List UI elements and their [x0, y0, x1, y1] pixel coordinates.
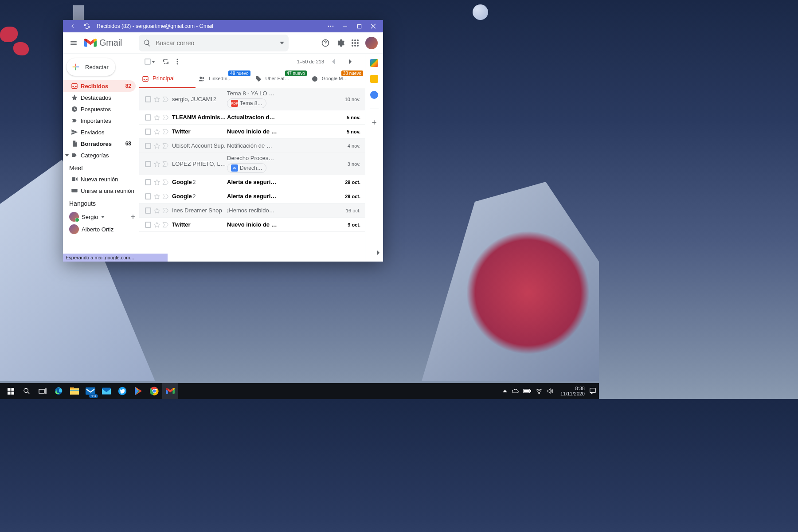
battery-icon[interactable]: [523, 389, 531, 393]
mail-row[interactable]: Ubisoft Account Sup. Notificación de … 4…: [139, 139, 365, 153]
attachment-chip[interactable]: PDFTema 8…: [227, 98, 266, 108]
star-icon[interactable]: [153, 128, 161, 135]
taskbar-mail-1[interactable]: 99+: [82, 383, 98, 399]
star-icon[interactable]: [153, 207, 161, 214]
volume-icon[interactable]: [547, 388, 553, 394]
tab-primary[interactable]: Principal: [139, 70, 196, 88]
nav-categories[interactable]: Categorías: [63, 149, 136, 161]
main-menu-button[interactable]: [68, 38, 79, 48]
mail-row[interactable]: TLEANM Administraci. Actualizacion d… 5 …: [139, 110, 365, 125]
keep-icon[interactable]: [370, 75, 378, 83]
tray-overflow-icon[interactable]: [503, 390, 507, 392]
search-button[interactable]: [19, 383, 35, 399]
notifications-icon[interactable]: [589, 387, 596, 395]
important-icon[interactable]: [161, 207, 170, 214]
taskbar-play[interactable]: [130, 383, 146, 399]
hangouts-contact[interactable]: Alberto Ortiz: [63, 223, 139, 235]
nav-important[interactable]: Importantes: [63, 115, 136, 126]
taskbar-mail-2[interactable]: [98, 383, 114, 399]
star-icon[interactable]: [153, 114, 161, 121]
important-icon[interactable]: [161, 96, 170, 102]
compose-button[interactable]: Redactar: [66, 58, 115, 76]
important-icon[interactable]: [161, 222, 170, 228]
mail-row[interactable]: Google2 Alerta de seguri… 29 oct.: [139, 189, 365, 203]
meet-new[interactable]: Nueva reunión: [63, 173, 139, 185]
nav-sent[interactable]: Enviados: [63, 126, 136, 138]
star-icon[interactable]: [153, 193, 161, 200]
apps-icon[interactable]: [351, 39, 359, 47]
row-checkbox[interactable]: [144, 96, 153, 102]
search-options-icon[interactable]: [280, 42, 284, 44]
close-button[interactable]: [366, 20, 380, 32]
star-icon[interactable]: [153, 160, 161, 168]
mail-row[interactable]: Ines Dreamer Shop ¡Hemos recibido… 16 oc…: [139, 203, 365, 218]
taskbar[interactable]: 99+ 8:38 11/11/2020: [0, 383, 599, 399]
search-input[interactable]: [156, 39, 280, 47]
onedrive-icon[interactable]: [512, 388, 519, 394]
tab-social[interactable]: 49 nuevo LinkedIn,...: [196, 70, 252, 88]
settings-icon[interactable]: [336, 39, 345, 47]
row-checkbox[interactable]: [144, 143, 153, 149]
important-icon[interactable]: [161, 143, 170, 149]
row-checkbox[interactable]: [144, 129, 153, 135]
account-avatar[interactable]: [365, 37, 378, 49]
star-icon[interactable]: [153, 179, 161, 186]
prev-page[interactable]: [331, 59, 342, 64]
taskbar-clock[interactable]: 8:38 11/11/2020: [560, 386, 585, 396]
star-icon[interactable]: [153, 142, 161, 149]
side-panel-toggle[interactable]: [377, 250, 380, 255]
important-icon[interactable]: [161, 161, 170, 167]
row-checkbox[interactable]: [144, 193, 153, 200]
star-icon[interactable]: [153, 221, 161, 228]
attachment-chip[interactable]: WDerech…: [227, 163, 266, 173]
row-checkbox[interactable]: [144, 161, 153, 167]
add-addon-icon[interactable]: [371, 119, 378, 126]
mail-row[interactable]: sergio, JUCAMI2 Tema 8 - YA LO … PDFTema…: [139, 88, 365, 110]
tab-promotions[interactable]: 47 nuevo Uber Eat…: [252, 70, 309, 88]
select-all[interactable]: [145, 59, 155, 65]
back-button[interactable]: [66, 20, 80, 32]
star-icon[interactable]: [153, 96, 161, 103]
search-bar[interactable]: [139, 35, 289, 51]
taskbar-twitter[interactable]: [114, 383, 130, 399]
row-checkbox[interactable]: [144, 207, 153, 214]
gmail-logo[interactable]: Gmail: [84, 38, 122, 48]
more-icon[interactable]: [176, 59, 178, 65]
hangouts-self[interactable]: Sergio: [63, 211, 139, 223]
maximize-button[interactable]: [352, 20, 366, 32]
tab-updates[interactable]: 33 nuevo Google M…: [309, 70, 365, 88]
wifi-icon[interactable]: [536, 388, 543, 394]
help-icon[interactable]: [321, 39, 330, 47]
next-page[interactable]: [349, 59, 360, 64]
calendar-icon[interactable]: [370, 59, 378, 67]
task-view-button[interactable]: [35, 383, 51, 399]
nav-drafts[interactable]: Borradores 68: [63, 138, 136, 149]
minimize-button[interactable]: [338, 20, 352, 32]
start-button[interactable]: [3, 383, 19, 399]
row-checkbox[interactable]: [144, 179, 153, 185]
taskbar-explorer[interactable]: [66, 383, 82, 399]
tasks-icon[interactable]: [370, 91, 378, 99]
important-icon[interactable]: [161, 179, 170, 185]
refresh-icon[interactable]: [162, 58, 169, 65]
mail-list[interactable]: sergio, JUCAMI2 Tema 8 - YA LO … PDFTema…: [139, 88, 365, 262]
mail-row[interactable]: LOPEZ PRIETO, LUIS Derecho Proces… WDere…: [139, 153, 365, 175]
refresh-button[interactable]: [80, 20, 94, 32]
mail-row[interactable]: Twitter Nuevo inicio de … 5 nov.: [139, 125, 365, 139]
row-checkbox[interactable]: [144, 114, 153, 121]
nav-starred[interactable]: Destacados: [63, 92, 136, 103]
important-icon[interactable]: [161, 129, 170, 135]
taskbar-edge[interactable]: [51, 383, 66, 399]
mail-row[interactable]: Twitter Nuevo inicio de … 9 oct.: [139, 218, 365, 232]
nav-snoozed[interactable]: Pospuestos: [63, 103, 136, 115]
system-tray[interactable]: 8:38 11/11/2020: [503, 386, 596, 396]
important-icon[interactable]: [161, 193, 170, 200]
nav-inbox[interactable]: Recibidos 82: [63, 80, 136, 92]
important-icon[interactable]: [161, 114, 170, 121]
taskbar-gmail[interactable]: [162, 383, 178, 399]
row-checkbox[interactable]: [144, 222, 153, 228]
meet-join[interactable]: Unirse a una reunión: [63, 185, 139, 196]
taskbar-chrome[interactable]: [146, 383, 162, 399]
mail-row[interactable]: Google2 Alerta de seguri… 29 oct.: [139, 175, 365, 189]
more-button[interactable]: [324, 20, 338, 32]
